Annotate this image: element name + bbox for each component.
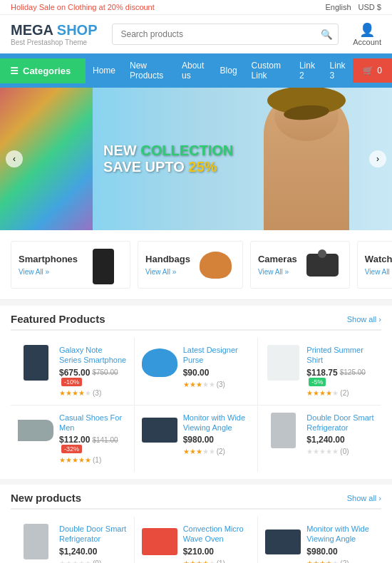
price-row-4: $112.00 $141.00 -32%	[59, 435, 127, 453]
cat-info-watches: Watches View All »	[365, 254, 392, 277]
hero-prev-button[interactable]: ‹	[6, 150, 23, 167]
product-old-price-1: $750.00	[92, 368, 118, 376]
account-button[interactable]: 👤 Account	[353, 22, 381, 46]
hero-line2: SAVE UPTO 25%	[103, 159, 233, 175]
product-img-2	[142, 345, 177, 381]
product-name-3[interactable]: Printed Summer Shirt	[306, 345, 374, 366]
hamburger-icon: ☰	[10, 66, 19, 76]
product-price-2: $90.00	[183, 368, 210, 378]
cat-link-handbags[interactable]: View All »	[145, 268, 176, 276]
product-img-6	[265, 413, 301, 448]
product-stars-3: ★★★★★(2)	[306, 388, 374, 398]
cat-link-watches[interactable]: View All »	[365, 268, 392, 276]
product-price-3: $118.75	[306, 368, 337, 378]
price-row-1: $675.00 $750.00 -10%	[59, 368, 127, 386]
new-product-price-1: $1,240.00	[59, 547, 97, 557]
featured-show-all[interactable]: Show all ›	[347, 315, 381, 324]
cat-name-smartphones: Smartphones	[19, 254, 78, 264]
cat-link-smartphones[interactable]: View All »	[19, 268, 49, 276]
new-product-img-3	[265, 524, 301, 559]
product-name-2[interactable]: Latest Designer Purse	[183, 345, 251, 366]
nav-blog[interactable]: Blog	[213, 58, 244, 83]
category-card-watches[interactable]: Watches View All »	[357, 241, 392, 289]
categories-label: Categories	[23, 66, 71, 76]
search-button[interactable]: 🔍	[321, 29, 333, 40]
new-product-name-3[interactable]: Monitor with Wide Viewing Angle	[306, 524, 374, 544]
product-badge-1: -10%	[61, 378, 82, 386]
account-label: Account	[353, 38, 381, 46]
logo[interactable]: MEGA SHOP Best Prestashop Theme	[11, 22, 98, 46]
product-info-4: Casual Shoes For Men $112.00 $141.00 -32…	[59, 413, 127, 465]
product-info-2: Latest Designer Purse $90.00 ★★★★★(3)	[183, 345, 251, 398]
cat-img-smartphones	[83, 249, 123, 281]
nav-custom-link[interactable]: Custom Link	[244, 53, 292, 88]
top-bar: Holiday Sale on Clothing at 20% discount…	[0, 0, 392, 15]
new-product-grid: Double Door Smart Refrigerator $1,240.00…	[11, 517, 381, 563]
new-product-name-1[interactable]: Double Door Smart Refrigerator	[59, 524, 127, 544]
hero-image	[249, 88, 371, 230]
featured-product-6: Double Door Smart Refrigerator $1,240.00…	[258, 406, 381, 472]
product-name-6[interactable]: Double Door Smart Refrigerator	[306, 413, 374, 433]
featured-product-4: Casual Shoes For Men $112.00 $141.00 -32…	[11, 406, 134, 472]
hero-text: NEW COLLECTION SAVE UPTO 25%	[103, 143, 233, 175]
category-card-smartphones[interactable]: Smartphones View All »	[11, 241, 130, 289]
product-badge-4: -32%	[61, 445, 82, 453]
currency-selector[interactable]: USD $	[359, 3, 381, 11]
new-product-stars-3: ★★★★★(2)	[306, 558, 374, 563]
search-bar: 🔍	[112, 24, 339, 45]
nav-new-products[interactable]: New Products	[123, 53, 175, 88]
product-name-5[interactable]: Monitor with Wide Viewing Angle	[183, 413, 251, 433]
nav-about[interactable]: About us	[175, 53, 213, 88]
new-product-price-2: $210.00	[183, 547, 214, 557]
product-badge-3: -5%	[309, 378, 326, 386]
nav-link3[interactable]: Link 3	[323, 53, 354, 88]
featured-header: Featured Products Show all ›	[11, 313, 381, 331]
nav-links: Home New Products About us Blog Custom L…	[86, 53, 353, 88]
product-price-1: $675.00	[59, 368, 90, 378]
product-name-4[interactable]: Casual Shoes For Men	[59, 413, 127, 433]
announcement: Holiday Sale on Clothing at 20% discount	[11, 3, 155, 11]
categories-button[interactable]: ☰ Categories	[0, 58, 86, 83]
new-product-info-3: Monitor with Wide Viewing Angle $980.00 …	[306, 524, 374, 563]
featured-title: Featured Products	[11, 313, 105, 325]
featured-section: Featured Products Show all › Galaxy Note…	[0, 306, 392, 479]
new-product-3: Monitor with Wide Viewing Angle $980.00 …	[258, 517, 381, 563]
product-stars-2: ★★★★★(3)	[183, 379, 251, 389]
product-stars-6: ★★★★★(0)	[306, 446, 374, 456]
product-price-6: $1,240.00	[306, 435, 344, 445]
product-img-5	[142, 413, 177, 448]
new-product-info-2: Convection Micro Wave Oven $210.00 ★★★★★…	[183, 524, 251, 563]
product-info-5: Monitor with Wide Viewing Angle $980.00 …	[183, 413, 251, 465]
nav-link2[interactable]: Link 2	[292, 53, 323, 88]
nav-home[interactable]: Home	[86, 58, 123, 83]
new-products-title: New products	[11, 492, 81, 504]
category-card-cameras[interactable]: Cameras View All »	[250, 241, 350, 289]
product-info-3: Printed Summer Shirt $118.75 $125.00 -5%…	[306, 345, 374, 398]
hero-next-button[interactable]: ›	[369, 150, 386, 167]
language-selector[interactable]: English	[326, 3, 351, 11]
category-cards: Smartphones View All » Handbags View All…	[0, 230, 392, 300]
featured-product-grid: Galaxy Note Series Smartphone $675.00 $7…	[11, 338, 381, 472]
cart-button[interactable]: 🛒 0	[353, 58, 392, 83]
category-card-handbags[interactable]: Handbags View All »	[138, 241, 243, 289]
new-products-show-all[interactable]: Show all ›	[347, 494, 381, 502]
cat-info-cameras: Cameras View All »	[258, 254, 297, 277]
search-input[interactable]	[112, 24, 339, 45]
price-row-5: $980.00	[183, 435, 251, 445]
cat-name-handbags: Handbags	[145, 254, 190, 264]
cat-img-cameras	[303, 249, 342, 281]
new-product-info-1: Double Door Smart Refrigerator $1,240.00…	[59, 524, 127, 563]
featured-product-1: Galaxy Note Series Smartphone $675.00 $7…	[11, 338, 134, 405]
new-price-row-3: $980.00	[306, 547, 374, 557]
account-icon: 👤	[359, 22, 375, 38]
featured-product-3: Printed Summer Shirt $118.75 $125.00 -5%…	[258, 338, 381, 405]
new-product-price-3: $980.00	[306, 547, 337, 557]
cat-link-cameras[interactable]: View All »	[258, 268, 289, 276]
logo-subtitle: Best Prestashop Theme	[11, 38, 98, 46]
product-name-1[interactable]: Galaxy Note Series Smartphone	[59, 345, 127, 366]
product-price-5: $980.00	[183, 435, 214, 445]
product-info-1: Galaxy Note Series Smartphone $675.00 $7…	[59, 345, 127, 398]
new-product-name-2[interactable]: Convection Micro Wave Oven	[183, 524, 251, 544]
product-price-4: $112.00	[59, 435, 90, 445]
hero-banner: ‹ NEW COLLECTION SAVE UPTO 25% ›	[0, 88, 392, 230]
